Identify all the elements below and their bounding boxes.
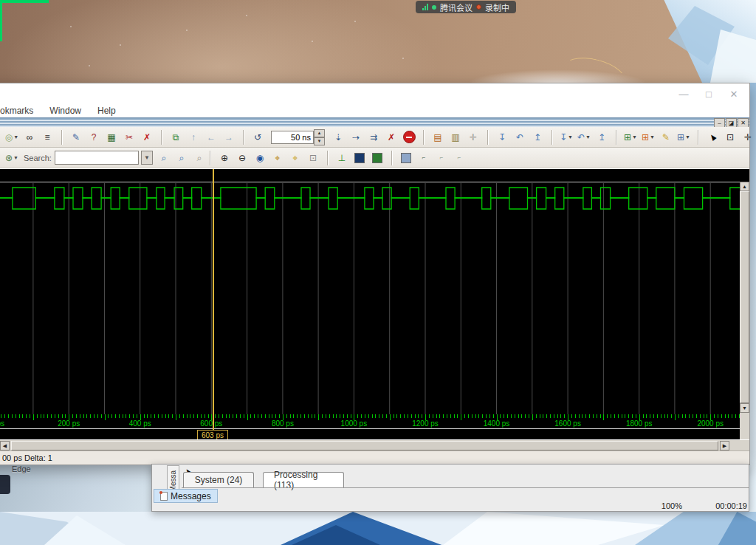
stop-sign-icon[interactable] xyxy=(401,129,417,145)
signal-a-trace xyxy=(0,188,740,198)
zoom-out-icon[interactable]: ⊖ xyxy=(234,150,250,166)
back-icon[interactable]: ← xyxy=(203,129,219,145)
forward-icon[interactable]: → xyxy=(221,129,237,145)
run-length-input[interactable] xyxy=(271,131,314,144)
ruler-tick xyxy=(37,414,38,418)
wave-canvas[interactable] xyxy=(0,169,749,414)
title-bar[interactable]: — □ ✕ xyxy=(0,83,749,104)
edge-mode-c-icon[interactable]: ⌐ xyxy=(451,150,467,166)
ruler-tick xyxy=(201,414,202,418)
ruler-tick xyxy=(536,414,537,418)
tab-processing[interactable]: Processing (113) xyxy=(263,472,344,487)
ruler-tick xyxy=(707,414,707,418)
ruler-tick xyxy=(111,414,112,418)
save-format-icon[interactable]: ▤ xyxy=(430,129,446,145)
run-length-up-icon[interactable]: ▲ xyxy=(314,129,325,137)
wave-options-icon[interactable]: ⊛▼ xyxy=(4,150,20,166)
ruler-tick xyxy=(240,414,241,418)
insert-wave-icon[interactable]: ⊞▼ xyxy=(676,129,692,145)
restore-format-icon[interactable]: ▥ xyxy=(447,129,464,145)
close-button[interactable]: ✕ xyxy=(721,85,746,103)
desktop-icon-label-edge[interactable]: Edge xyxy=(12,465,31,473)
scroll-up-icon[interactable]: ▲ xyxy=(740,182,749,191)
search-dropdown-icon[interactable]: ▼ xyxy=(141,151,153,165)
edit-wave-icon[interactable]: ✎ xyxy=(658,129,674,145)
edge-mode-a-icon[interactable]: ⌐ xyxy=(416,150,432,166)
search-up-icon[interactable]: ⌕ xyxy=(173,150,190,166)
continue-run-icon[interactable]: ⇢ xyxy=(348,129,364,145)
ruler-tick xyxy=(8,414,9,418)
scroll-left-icon[interactable]: ◀ xyxy=(0,441,10,450)
find-previous-edge-icon[interactable]: ↶▼ xyxy=(576,129,592,145)
wave-horizontal-scrollbar[interactable]: ◀ ▶ xyxy=(0,439,749,450)
add-wave-orange-icon[interactable]: ⊞▼ xyxy=(640,129,656,145)
scroll-down-icon[interactable]: ▼ xyxy=(740,403,749,413)
break-x-icon[interactable]: ✗ xyxy=(383,129,399,145)
ruler-tick xyxy=(326,414,326,418)
search-down-icon[interactable]: ⌕ xyxy=(156,150,172,166)
sim-mode-icon[interactable]: ◎▼ xyxy=(4,129,20,145)
ruler-tick xyxy=(418,414,419,418)
run-length-spinner[interactable]: ▲ ▼ xyxy=(271,129,325,145)
run-all-icon[interactable]: ⇉ xyxy=(365,129,382,145)
up-level-icon[interactable]: ↑ xyxy=(185,129,202,145)
break-icon[interactable]: ✂ xyxy=(121,129,137,145)
time-ruler[interactable]: 0 ps200 ps400 ps600 ps800 ps1000 ps1200 … xyxy=(0,414,740,439)
wave-vertical-scrollbar[interactable]: ▲ ▼ xyxy=(740,182,749,439)
restart-icon[interactable]: ↺ xyxy=(250,129,266,145)
paste-window-icon[interactable]: ⧉ xyxy=(168,129,184,145)
end-simulation-icon[interactable]: ✗ xyxy=(139,129,155,145)
zoom-select-mode-icon[interactable]: ⊡ xyxy=(722,129,738,145)
search-input[interactable] xyxy=(55,151,139,165)
add-wave-green-icon[interactable]: ⊞▼ xyxy=(622,129,639,145)
ruler-tick xyxy=(351,414,351,418)
compile-icon[interactable]: ✎ xyxy=(68,129,84,145)
minimize-button[interactable]: — xyxy=(671,85,696,103)
vertical-scroll-thumb[interactable] xyxy=(740,191,749,403)
horizontal-scroll-thumb[interactable] xyxy=(11,441,718,450)
cursor-time-box[interactable]: 603 ps xyxy=(197,430,228,439)
ruler-tick xyxy=(696,414,697,418)
tencent-meeting-bar[interactable]: 腾讯会议 录制中 xyxy=(416,1,516,13)
ruler-tick xyxy=(728,414,729,418)
zoom-in-icon[interactable]: ⊕ xyxy=(216,150,233,166)
find-next-edge-icon[interactable]: ↧▼ xyxy=(558,129,574,145)
ruler-tick xyxy=(429,414,430,418)
maximize-button[interactable]: □ xyxy=(696,85,721,103)
zoom-full-icon[interactable]: ◉ xyxy=(252,150,268,166)
hierarchy-icon[interactable]: ≡ xyxy=(39,129,55,145)
compile-all-icon[interactable]: ? xyxy=(86,129,102,145)
expanded-time-swatch[interactable] xyxy=(369,150,385,166)
insert-cursor-icon[interactable]: ⊥ xyxy=(334,150,350,166)
search-options-icon[interactable]: ⌕ xyxy=(191,150,207,166)
menu-window[interactable]: Window xyxy=(49,106,81,116)
wave-cursor-line[interactable] xyxy=(213,169,214,430)
hand-pan-icon[interactable]: ✛ xyxy=(465,129,481,145)
find-first-transition-icon[interactable]: ↥ xyxy=(529,129,546,145)
select-mode-cursor-icon[interactable]: ▲ xyxy=(704,129,721,145)
grid-swatch[interactable] xyxy=(398,150,414,166)
ruler-tick xyxy=(507,414,508,418)
run-length-down-icon[interactable]: ▼ xyxy=(314,137,325,145)
menu-bookmarks[interactable]: okmarks xyxy=(0,106,33,116)
run-icon[interactable]: ⇣ xyxy=(330,129,346,145)
ruler-tick xyxy=(550,414,551,418)
zoom-cursor-icon[interactable]: ⌖ xyxy=(269,150,286,166)
desktop-icon-partial[interactable] xyxy=(0,475,10,494)
waveform-svg[interactable] xyxy=(0,169,740,414)
find-next-transition-icon[interactable]: ↧ xyxy=(494,129,510,145)
tab-system[interactable]: System (24) xyxy=(183,472,254,487)
ruler-tick xyxy=(511,414,512,418)
simulate-icon[interactable]: ▦ xyxy=(103,129,120,145)
pan-mode-icon[interactable]: ✛ xyxy=(740,129,756,145)
lock-cursor-swatch[interactable] xyxy=(351,150,368,166)
zoom-last-icon[interactable]: ⌖ xyxy=(287,150,303,166)
find-last-edge-icon[interactable]: ↥ xyxy=(594,129,610,145)
ruler-tick xyxy=(571,414,572,418)
find-previous-transition-icon[interactable]: ↶ xyxy=(512,129,528,145)
menu-help[interactable]: Help xyxy=(97,106,116,116)
scroll-right-icon[interactable]: ▶ xyxy=(720,441,729,450)
edge-mode-b-icon[interactable]: ⌐ xyxy=(433,150,450,166)
zoom-range-icon[interactable]: ⊡ xyxy=(305,150,321,166)
find-binoculars-icon[interactable]: ∞ xyxy=(21,129,38,145)
